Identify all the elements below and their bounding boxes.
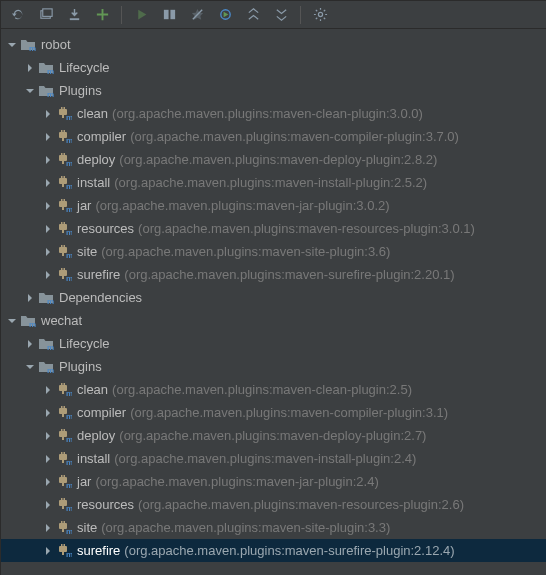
chevron-right-icon[interactable] <box>41 247 55 257</box>
tree-item-label: Lifecycle <box>59 336 110 351</box>
plugin-node[interactable]: mdeploy(org.apache.maven.plugins:maven-d… <box>1 424 546 447</box>
plugin-node[interactable]: minstall(org.apache.maven.plugins:maven-… <box>1 171 546 194</box>
chevron-right-icon[interactable] <box>41 109 55 119</box>
plugin-icon: m <box>55 382 73 398</box>
folder-node[interactable]: mDependencies <box>1 286 546 309</box>
tree-item-label: compiler <box>77 129 126 144</box>
chevron-down-icon[interactable] <box>23 362 37 372</box>
svg-rect-20 <box>61 153 63 156</box>
svg-text:m: m <box>29 320 36 328</box>
plugin-node[interactable]: msite(org.apache.maven.plugins:maven-sit… <box>1 516 546 539</box>
svg-rect-27 <box>62 184 64 187</box>
tree-item-artifact: (org.apache.maven.plugins:maven-resource… <box>138 221 475 236</box>
expand-all-icon[interactable] <box>242 4 264 26</box>
plugin-icon: m <box>55 497 73 513</box>
settings-icon[interactable] <box>309 4 331 26</box>
execute-goal-icon[interactable] <box>214 4 236 26</box>
refresh-icon[interactable] <box>7 4 29 26</box>
add-icon[interactable] <box>91 4 113 26</box>
folder-icon: m <box>37 336 55 352</box>
folder-icon: m <box>37 83 55 99</box>
svg-rect-55 <box>64 383 66 386</box>
chevron-down-icon[interactable] <box>5 40 19 50</box>
plugin-node[interactable]: minstall(org.apache.maven.plugins:maven-… <box>1 447 546 470</box>
maven-tree[interactable]: mrobotmLifecyclemPluginsmclean(org.apach… <box>1 29 546 562</box>
chevron-right-icon[interactable] <box>23 293 37 303</box>
svg-rect-89 <box>61 544 63 547</box>
svg-rect-90 <box>64 544 66 547</box>
plugin-node[interactable]: mresources(org.apache.maven.plugins:mave… <box>1 493 546 516</box>
plugin-node[interactable]: mdeploy(org.apache.maven.plugins:maven-d… <box>1 148 546 171</box>
chevron-right-icon[interactable] <box>41 523 55 533</box>
plugin-node[interactable]: mclean(org.apache.maven.plugins:maven-cl… <box>1 378 546 401</box>
tree-item-artifact: (org.apache.maven.plugins:maven-jar-plug… <box>95 474 378 489</box>
chevron-right-icon[interactable] <box>41 477 55 487</box>
plugin-node[interactable]: mjar(org.apache.maven.plugins:maven-jar-… <box>1 194 546 217</box>
collapse-all-icon[interactable] <box>270 4 292 26</box>
plugin-icon: m <box>55 543 73 559</box>
svg-text:m: m <box>66 412 72 420</box>
svg-text:m: m <box>66 136 72 144</box>
chevron-down-icon[interactable] <box>23 86 37 96</box>
svg-text:m: m <box>66 205 72 213</box>
project-node[interactable]: mwechat <box>1 309 546 332</box>
plugin-node[interactable]: mcompiler(org.apache.maven.plugins:maven… <box>1 401 546 424</box>
folder-node[interactable]: mPlugins <box>1 79 546 102</box>
svg-rect-25 <box>61 176 63 179</box>
plugin-node[interactable]: mclean(org.apache.maven.plugins:maven-cl… <box>1 102 546 125</box>
plugin-node[interactable]: msurefire(org.apache.maven.plugins:maven… <box>1 263 546 286</box>
toolbar-divider <box>121 6 122 24</box>
svg-text:m: m <box>66 527 72 535</box>
plugin-icon: m <box>55 405 73 421</box>
chevron-right-icon[interactable] <box>41 385 55 395</box>
folder-node[interactable]: mLifecycle <box>1 56 546 79</box>
svg-rect-86 <box>62 529 64 532</box>
svg-rect-11 <box>64 107 66 110</box>
plugin-node[interactable]: msite(org.apache.maven.plugins:maven-sit… <box>1 240 546 263</box>
chevron-right-icon[interactable] <box>41 408 55 418</box>
svg-text:m: m <box>47 343 54 351</box>
folder-node[interactable]: mPlugins <box>1 355 546 378</box>
svg-text:m: m <box>66 389 72 397</box>
plugin-node[interactable]: mresources(org.apache.maven.plugins:mave… <box>1 217 546 240</box>
plugin-node[interactable]: mcompiler(org.apache.maven.plugins:maven… <box>1 125 546 148</box>
chevron-right-icon[interactable] <box>41 270 55 280</box>
toggle-offline-icon[interactable] <box>186 4 208 26</box>
svg-text:m: m <box>66 435 72 443</box>
chevron-right-icon[interactable] <box>41 155 55 165</box>
chevron-down-icon[interactable] <box>5 316 19 326</box>
svg-rect-54 <box>61 383 63 386</box>
chevron-right-icon[interactable] <box>41 201 55 211</box>
plugin-icon: m <box>55 221 73 237</box>
svg-rect-59 <box>61 406 63 409</box>
chevron-right-icon[interactable] <box>41 178 55 188</box>
chevron-right-icon[interactable] <box>41 132 55 142</box>
svg-rect-76 <box>62 483 64 486</box>
plugin-node[interactable]: mjar(org.apache.maven.plugins:maven-jar-… <box>1 470 546 493</box>
download-icon[interactable] <box>63 4 85 26</box>
generate-sources-icon[interactable] <box>35 4 57 26</box>
plugin-icon: m <box>55 175 73 191</box>
tree-item-artifact: (org.apache.maven.plugins:maven-clean-pl… <box>112 382 412 397</box>
tree-item-label: robot <box>41 37 71 52</box>
run-icon[interactable] <box>130 4 152 26</box>
run-configurations-icon[interactable] <box>158 4 180 26</box>
folder-node[interactable]: mLifecycle <box>1 332 546 355</box>
chevron-right-icon[interactable] <box>41 431 55 441</box>
plugin-node[interactable]: msurefire(org.apache.maven.plugins:maven… <box>1 539 546 562</box>
project-node[interactable]: mrobot <box>1 33 546 56</box>
svg-rect-40 <box>61 245 63 248</box>
tree-item-artifact: (org.apache.maven.plugins:maven-deploy-p… <box>119 428 426 443</box>
chevron-right-icon[interactable] <box>23 339 37 349</box>
chevron-right-icon[interactable] <box>41 224 55 234</box>
plugin-icon: m <box>55 106 73 122</box>
svg-text:m: m <box>47 67 54 75</box>
chevron-right-icon[interactable] <box>41 500 55 510</box>
chevron-right-icon[interactable] <box>41 454 55 464</box>
tree-item-label: clean <box>77 382 108 397</box>
chevron-right-icon[interactable] <box>23 63 37 73</box>
chevron-right-icon[interactable] <box>41 546 55 556</box>
svg-point-5 <box>318 12 322 16</box>
svg-rect-79 <box>61 498 63 501</box>
svg-rect-84 <box>61 521 63 524</box>
